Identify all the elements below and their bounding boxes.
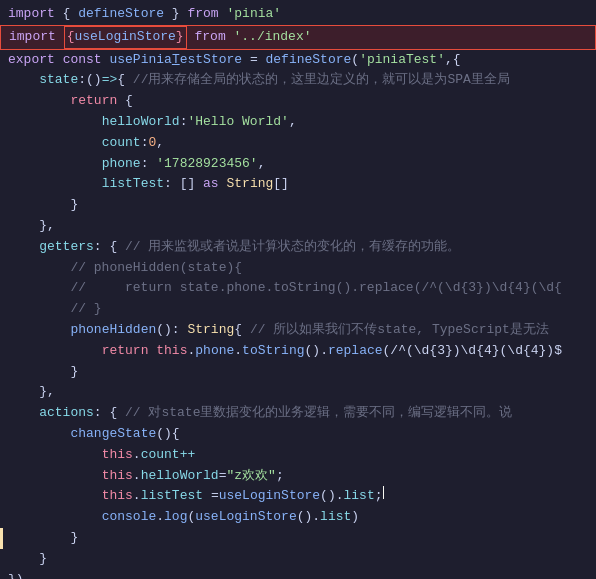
token: getters — [39, 237, 94, 258]
code-line-23: this . helloWorld = "z欢欢" ; — [0, 466, 596, 487]
token — [8, 424, 70, 445]
token: }, — [8, 382, 55, 403]
code-editor: import { defineStore } from 'pinia' impo… — [0, 0, 596, 579]
token: [] — [273, 174, 289, 195]
token: this — [102, 445, 133, 466]
token: phone — [195, 341, 234, 362]
token: 0 — [148, 133, 156, 154]
token — [8, 237, 39, 258]
token — [8, 320, 70, 341]
code-line-15: // } — [0, 299, 596, 320]
token: ( — [351, 50, 359, 71]
token: . — [133, 445, 141, 466]
code-line-3: export const usePiniaTestStore = defineS… — [0, 50, 596, 71]
code-line-12: getters : { // 用来监视或者说是计算状态的变化的，有缓存的功能。 — [0, 237, 596, 258]
token: . — [133, 466, 141, 487]
token: (): — [156, 320, 187, 341]
token: ; — [375, 486, 383, 507]
token: { — [234, 320, 250, 341]
token: ) — [351, 507, 359, 528]
token: from — [187, 4, 218, 25]
token: = — [242, 50, 265, 71]
token: // 对state里数据变化的业务逻辑，需要不同，编写逻辑不同。说 — [125, 403, 512, 424]
code-line-22: this . count ++ — [0, 445, 596, 466]
code-line-13: // phoneHidden(state){ — [0, 258, 596, 279]
token: 'Hello World' — [187, 112, 288, 133]
token: export — [8, 50, 55, 71]
token: import — [8, 4, 55, 25]
token: : { — [94, 237, 125, 258]
token: : — [141, 154, 157, 175]
token: : — [180, 112, 188, 133]
token: { — [117, 70, 133, 91]
code-line-26: } — [0, 528, 596, 549]
token: } — [8, 195, 78, 216]
token: as — [203, 174, 219, 195]
token: useLoginStore — [195, 507, 296, 528]
code-line-24: this . listTest = useLoginStore (). list… — [0, 486, 596, 507]
token: list — [320, 507, 351, 528]
token — [56, 27, 64, 48]
token: // 所以如果我们不传state, TypeScript是无法 — [250, 320, 549, 341]
token — [8, 133, 102, 154]
token: String — [187, 320, 234, 341]
token — [8, 507, 102, 528]
token: count — [102, 133, 141, 154]
code-line-27: } — [0, 549, 596, 570]
code-line-17: return this . phone . toString (). repla… — [0, 341, 596, 362]
code-line-2-highlighted: import {useLoginStore} from '../index' — [0, 25, 596, 50]
token: :() — [78, 70, 101, 91]
token: toString — [242, 341, 304, 362]
token: : [] — [164, 174, 203, 195]
token: (). — [305, 341, 328, 362]
code-line-5: return { — [0, 91, 596, 112]
token: "z欢欢" — [226, 466, 275, 487]
code-line-25: console . log ( useLoginStore (). list ) — [0, 507, 596, 528]
token — [8, 341, 102, 362]
token: , — [258, 154, 266, 175]
token: ,{ — [445, 50, 461, 71]
token: } — [8, 528, 78, 549]
token — [8, 154, 102, 175]
token — [8, 112, 102, 133]
code-line-9: listTest : [] as String [] — [0, 174, 596, 195]
token: '../index' — [226, 27, 312, 48]
token: useLoginStore — [219, 486, 320, 507]
token: import — [9, 27, 56, 48]
token — [102, 50, 110, 71]
token — [8, 91, 70, 112]
token: console — [102, 507, 157, 528]
text-cursor — [383, 486, 384, 499]
token: 'piniaTest' — [359, 50, 445, 71]
token — [8, 466, 102, 487]
token: count — [141, 445, 180, 466]
token: {useLoginStore} — [64, 26, 187, 49]
code-line-6: helloWorld : 'Hello World' , — [0, 112, 596, 133]
token — [187, 27, 195, 48]
token: // phoneHidden(state){ — [8, 258, 242, 279]
token: defineStore — [78, 4, 164, 25]
token: helloWorld — [141, 466, 219, 487]
token — [8, 486, 102, 507]
token: // return state.phone.toString().replace… — [8, 278, 562, 299]
token: (). — [297, 507, 320, 528]
code-line-7: count : 0 , — [0, 133, 596, 154]
token: } — [8, 549, 47, 570]
token: : { — [94, 403, 125, 424]
token: String — [226, 174, 273, 195]
token — [8, 445, 102, 466]
token: 'pinia' — [219, 4, 281, 25]
code-line-14: // return state.phone.toString().replace… — [0, 278, 596, 299]
code-line-28: }) — [0, 570, 596, 579]
token: ++ — [180, 445, 196, 466]
token — [8, 174, 102, 195]
token: = — [219, 466, 227, 487]
code-line-4: state :() => { //用来存储全局的状态的，这里边定义的，就可以是为… — [0, 70, 596, 91]
token: phone — [102, 154, 141, 175]
token — [8, 403, 39, 424]
token: list — [344, 486, 375, 507]
token: replace — [328, 341, 383, 362]
code-line-19: }, — [0, 382, 596, 403]
token — [219, 174, 227, 195]
token: listTest — [102, 174, 164, 195]
